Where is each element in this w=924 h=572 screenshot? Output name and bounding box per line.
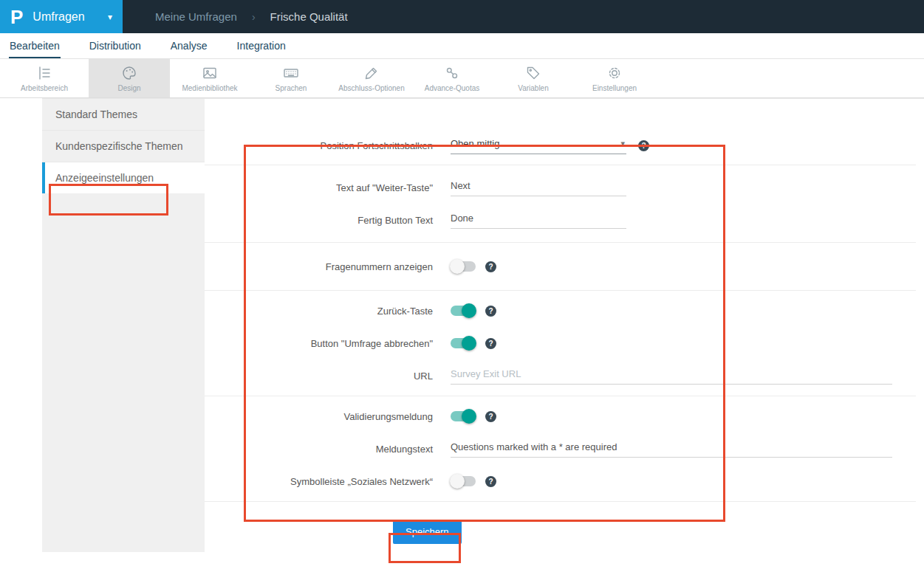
form-row-exit-url: URL — [205, 359, 916, 392]
group-button-texts: Text auf "Weiter-Taste" Fertig Button Te… — [205, 165, 916, 243]
main-tabs: Bearbeiten Distribution Analyse Integrat… — [0, 33, 924, 59]
toolbar-item-label: Abschluss-Optionen — [338, 84, 405, 92]
toolbar-item-arbeitsbereich[interactable]: Arbeitsbereich — [0, 59, 89, 97]
field-label: Text auf "Weiter-Taste" — [205, 182, 433, 193]
group-question-numbers: Fragenummern anzeigen ? — [205, 243, 916, 291]
progress-position-select[interactable]: Oben mittig ▾ — [451, 137, 626, 154]
chevron-down-icon: ▾ — [102, 12, 112, 22]
tab-analyse[interactable]: Analyse — [170, 35, 208, 58]
toggle-knob — [462, 409, 476, 424]
settings-panel: Position Fortschrittsbalken Oben mittig … — [205, 99, 924, 552]
breadcrumb-current: Frische Qualität — [270, 10, 348, 23]
top-bar: P Umfragen ▾ Meine Umfragen › Frische Qu… — [0, 0, 924, 33]
toolbar-item-label: Arbeitsbereich — [21, 84, 68, 92]
toolbar-item-label: Variablen — [518, 84, 549, 92]
next-button-text-input[interactable] — [451, 179, 626, 196]
sidebar-item-anzeigeeinstellungen[interactable]: Anzeigeeinstellungen — [42, 162, 205, 194]
social-toolbar-toggle[interactable] — [451, 476, 476, 486]
product-menu-label: Umfragen — [32, 10, 84, 24]
done-button-text-input[interactable] — [451, 211, 626, 229]
exit-url-input[interactable] — [451, 367, 892, 385]
product-menu[interactable]: P Umfragen ▾ — [0, 0, 123, 33]
breadcrumb-parent[interactable]: Meine Umfragen — [155, 10, 237, 23]
design-sidebar: Standard Themes Kundenspezifische Themen… — [42, 99, 205, 552]
select-value: Oben mittig — [451, 138, 499, 149]
toggle-knob — [450, 474, 465, 489]
group-navigation-buttons: Zurück-Taste ? Button "Umfrage abbrechen… — [205, 291, 916, 396]
form-row-cancel-button: Button "Umfrage abbrechen" ? — [205, 327, 916, 359]
save-area: Speichern — [205, 520, 916, 544]
cancel-survey-toggle[interactable] — [451, 338, 476, 348]
chevron-down-icon: ▾ — [620, 139, 625, 148]
toolbar-item-label: Advance-Quotas — [425, 84, 480, 92]
help-icon[interactable]: ? — [485, 476, 496, 487]
toolbar-item-label: Medienbibliothek — [182, 84, 237, 92]
back-button-toggle[interactable] — [451, 306, 476, 316]
field-label: Position Fortschrittsbalken — [205, 140, 433, 151]
form-row-next-text: Text auf "Weiter-Taste" — [205, 171, 916, 204]
tab-integration[interactable]: Integration — [236, 35, 287, 58]
field-label: Fertig Button Text — [205, 215, 433, 226]
toolbar-item-abschluss-optionen[interactable]: Abschluss-Optionen — [332, 59, 411, 97]
form-row-message-text: Meldungstext — [205, 433, 916, 465]
group-progress-bar: Position Fortschrittsbalken Oben mittig … — [205, 126, 916, 165]
field-label: Button "Umfrage abbrechen" — [205, 338, 433, 349]
editor-toolbar: Arbeitsbereich Design Medienbibliothek S… — [0, 59, 924, 98]
sidebar-item-kundenspezifische-themen[interactable]: Kundenspezifische Themen — [42, 131, 205, 162]
toggle-knob — [462, 336, 476, 351]
media-library-icon — [201, 64, 219, 82]
tab-bearbeiten[interactable]: Bearbeiten — [9, 35, 61, 58]
message-text-input[interactable] — [451, 440, 892, 458]
toolbar-item-label: Design — [117, 84, 140, 92]
help-icon[interactable]: ? — [638, 140, 649, 151]
sidebar-item-standard-themes[interactable]: Standard Themes — [42, 99, 205, 131]
toolbar-item-sprachen[interactable]: Sprachen — [250, 59, 332, 97]
toolbar-item-variablen[interactable]: Variablen — [493, 59, 573, 97]
help-icon[interactable]: ? — [485, 338, 496, 349]
keyboard-icon — [282, 64, 300, 82]
field-label: Meldungstext — [205, 444, 433, 455]
palette-icon — [120, 64, 138, 82]
chevron-right-icon: › — [252, 11, 256, 23]
tag-icon — [524, 64, 542, 82]
group-validation: Validierungsmeldung ? Meldungstext Symbo… — [205, 396, 916, 502]
brush-icon — [363, 64, 380, 82]
app-window: P Umfragen ▾ Meine Umfragen › Frische Qu… — [0, 0, 924, 572]
form-row-question-numbers: Fragenummern anzeigen ? — [205, 250, 916, 283]
validation-message-toggle[interactable] — [451, 411, 476, 421]
field-label: Fragenummern anzeigen — [205, 261, 433, 272]
help-icon[interactable]: ? — [485, 306, 496, 317]
toggle-knob — [462, 303, 476, 318]
toolbar-item-label: Einstellungen — [592, 84, 637, 92]
form-row-social-toolbar: Symbolleiste „Soziales Netzwerk“ ? — [205, 465, 916, 497]
toolbar-item-design[interactable]: Design — [89, 59, 170, 97]
field-label: Symbolleiste „Soziales Netzwerk“ — [205, 476, 433, 487]
field-label: URL — [205, 371, 433, 382]
toolbar-item-medienbibliothek[interactable]: Medienbibliothek — [170, 59, 250, 97]
toggle-knob — [450, 259, 465, 274]
app-logo: P — [10, 7, 23, 27]
save-button[interactable]: Speichern — [393, 520, 462, 544]
form-row-done-text: Fertig Button Text — [205, 204, 916, 236]
field-label: Zurück-Taste — [205, 306, 433, 317]
gear-icon — [606, 64, 623, 82]
form-row-validation-message: Validierungsmeldung ? — [205, 400, 916, 433]
question-numbers-toggle[interactable] — [451, 261, 476, 272]
form-row-progress-position: Position Fortschrittsbalken Oben mittig … — [205, 129, 916, 162]
page-body: Standard Themes Kundenspezifische Themen… — [42, 98, 924, 552]
field-label: Validierungsmeldung — [205, 411, 433, 422]
help-icon[interactable]: ? — [485, 411, 496, 422]
workspace-icon — [35, 64, 53, 82]
quota-links-icon — [443, 64, 461, 82]
toolbar-item-label: Sprachen — [276, 84, 307, 92]
toolbar-item-einstellungen[interactable]: Einstellungen — [573, 59, 656, 97]
help-icon[interactable]: ? — [485, 261, 496, 272]
toolbar-item-advance-quotas[interactable]: Advance-Quotas — [411, 59, 493, 97]
breadcrumb: Meine Umfragen › Frische Qualität — [123, 0, 348, 33]
tab-distribution[interactable]: Distribution — [89, 35, 142, 58]
form-row-back-button: Zurück-Taste ? — [205, 294, 916, 327]
